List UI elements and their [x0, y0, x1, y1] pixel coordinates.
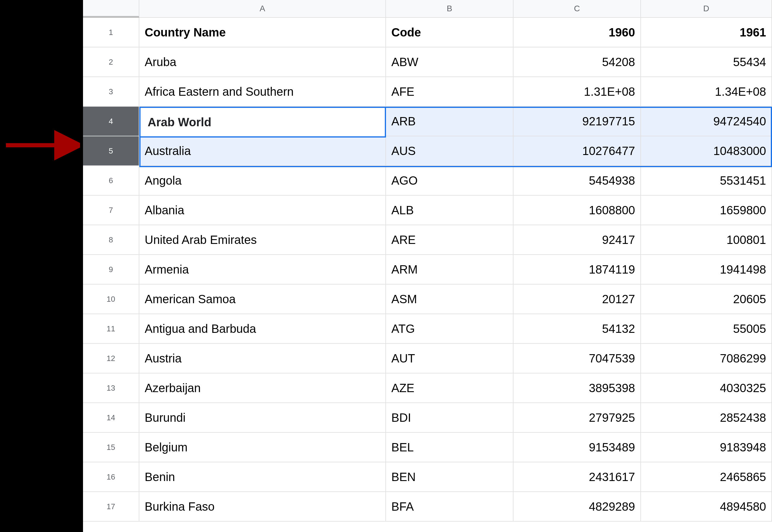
column-header-row[interactable]: A B C D: [83, 0, 772, 18]
cell-C17[interactable]: 4829289: [513, 492, 641, 522]
cell-B4[interactable]: ARB: [386, 107, 513, 136]
select-all-corner[interactable]: [83, 0, 139, 18]
cell-C8[interactable]: 92417: [513, 225, 641, 255]
cell-C15[interactable]: 9153489: [513, 433, 641, 462]
cell-B3[interactable]: AFE: [386, 77, 513, 107]
cell-C11[interactable]: 54132: [513, 314, 641, 344]
row-header[interactable]: 13: [83, 373, 139, 403]
cell-A11[interactable]: Antigua and Barbuda: [139, 314, 386, 344]
cell-D7[interactable]: 1659800: [641, 196, 772, 225]
cell-D8[interactable]: 100801: [641, 225, 772, 255]
cell-C6[interactable]: 5454938: [513, 166, 641, 196]
cell-D1[interactable]: 1961: [641, 18, 772, 47]
cell-B17[interactable]: BFA: [386, 492, 513, 522]
cell-B7[interactable]: ALB: [386, 196, 513, 225]
cell-D10[interactable]: 20605: [641, 285, 772, 314]
cell-B11[interactable]: ATG: [386, 314, 513, 344]
data-row-11: 11 Antigua and Barbuda ATG 54132 55005: [83, 314, 772, 344]
cell-D13[interactable]: 4030325: [641, 373, 772, 403]
column-header-C[interactable]: C: [513, 0, 641, 18]
spreadsheet-grid[interactable]: A B C D 1 Country Name Code 1960 1961 2 …: [83, 0, 772, 522]
cell-B1[interactable]: Code: [386, 18, 513, 47]
row-header[interactable]: 1: [83, 18, 139, 47]
cell-D15[interactable]: 9183948: [641, 433, 772, 462]
cell-C14[interactable]: 2797925: [513, 403, 641, 433]
data-row-10: 10 American Samoa ASM 20127 20605: [83, 285, 772, 314]
row-header[interactable]: 17: [83, 492, 139, 522]
cell-A17[interactable]: Burkina Faso: [139, 492, 386, 522]
row-header[interactable]: 5: [83, 136, 139, 166]
data-row-1: 1 Country Name Code 1960 1961: [83, 18, 772, 47]
cell-D11[interactable]: 55005: [641, 314, 772, 344]
cell-D12[interactable]: 7086299: [641, 344, 772, 373]
cell-C9[interactable]: 1874119: [513, 255, 641, 285]
cell-C4[interactable]: 92197715: [513, 107, 641, 136]
row-header[interactable]: 14: [83, 403, 139, 433]
cell-A2[interactable]: Aruba: [139, 47, 386, 77]
left-black-mask: [0, 0, 83, 532]
row-header[interactable]: 7: [83, 196, 139, 225]
cell-A12[interactable]: Austria: [139, 344, 386, 373]
cell-C13[interactable]: 3895398: [513, 373, 641, 403]
cell-D5[interactable]: 10483000: [641, 136, 772, 166]
column-header-A[interactable]: A: [139, 0, 386, 18]
cell-A9[interactable]: Armenia: [139, 255, 386, 285]
cell-B2[interactable]: ABW: [386, 47, 513, 77]
row-header[interactable]: 9: [83, 255, 139, 285]
cell-C12[interactable]: 7047539: [513, 344, 641, 373]
row-header[interactable]: 15: [83, 433, 139, 462]
row-header[interactable]: 8: [83, 225, 139, 255]
cell-B5[interactable]: AUS: [386, 136, 513, 166]
data-row-17: 17 Burkina Faso BFA 4829289 4894580: [83, 492, 772, 522]
cell-A7[interactable]: Albania: [139, 196, 386, 225]
row-header[interactable]: 16: [83, 462, 139, 492]
row-header[interactable]: 3: [83, 77, 139, 107]
cell-B16[interactable]: BEN: [386, 462, 513, 492]
cell-A14[interactable]: Burundi: [139, 403, 386, 433]
cell-B13[interactable]: AZE: [386, 373, 513, 403]
cell-D14[interactable]: 2852438: [641, 403, 772, 433]
cell-A6[interactable]: Angola: [139, 166, 386, 196]
cell-D9[interactable]: 1941498: [641, 255, 772, 285]
cell-A16[interactable]: Benin: [139, 462, 386, 492]
column-header-D[interactable]: D: [641, 0, 772, 18]
cell-A10[interactable]: American Samoa: [139, 285, 386, 314]
cell-D17[interactable]: 4894580: [641, 492, 772, 522]
cell-B6[interactable]: AGO: [386, 166, 513, 196]
cell-C1[interactable]: 1960: [513, 18, 641, 47]
data-row-15: 15 Belgium BEL 9153489 9183948: [83, 433, 772, 462]
cell-B12[interactable]: AUT: [386, 344, 513, 373]
row-header[interactable]: 6: [83, 166, 139, 196]
row-header[interactable]: 4: [83, 107, 139, 136]
cell-A15[interactable]: Belgium: [139, 433, 386, 462]
data-row-16: 16 Benin BEN 2431617 2465865: [83, 462, 772, 492]
cell-C3[interactable]: 1.31E+08: [513, 77, 641, 107]
data-row-5: 5 Australia AUS 10276477 10483000: [83, 136, 772, 166]
cell-B10[interactable]: ASM: [386, 285, 513, 314]
cell-C10[interactable]: 20127: [513, 285, 641, 314]
row-header[interactable]: 2: [83, 47, 139, 77]
cell-B14[interactable]: BDI: [386, 403, 513, 433]
cell-B15[interactable]: BEL: [386, 433, 513, 462]
cell-A3[interactable]: Africa Eastern and Southern: [139, 77, 386, 107]
cell-C16[interactable]: 2431617: [513, 462, 641, 492]
cell-A1[interactable]: Country Name: [139, 18, 386, 47]
cell-A4[interactable]: Arab World: [139, 107, 386, 136]
cell-D16[interactable]: 2465865: [641, 462, 772, 492]
row-header[interactable]: 10: [83, 285, 139, 314]
cell-C2[interactable]: 54208: [513, 47, 641, 77]
row-header[interactable]: 12: [83, 344, 139, 373]
cell-A13[interactable]: Azerbaijan: [139, 373, 386, 403]
column-header-B[interactable]: B: [386, 0, 513, 18]
row-header[interactable]: 11: [83, 314, 139, 344]
cell-D6[interactable]: 5531451: [641, 166, 772, 196]
cell-B9[interactable]: ARM: [386, 255, 513, 285]
cell-A8[interactable]: United Arab Emirates: [139, 225, 386, 255]
cell-D4[interactable]: 94724540: [641, 107, 772, 136]
cell-D2[interactable]: 55434: [641, 47, 772, 77]
cell-B8[interactable]: ARE: [386, 225, 513, 255]
cell-C5[interactable]: 10276477: [513, 136, 641, 166]
cell-D3[interactable]: 1.34E+08: [641, 77, 772, 107]
cell-A5[interactable]: Australia: [139, 136, 386, 166]
cell-C7[interactable]: 1608800: [513, 196, 641, 225]
